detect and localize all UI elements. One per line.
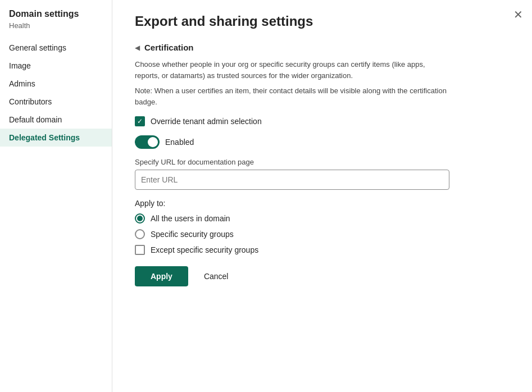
- except-checkbox-label: Except specific security groups: [151, 245, 258, 254]
- override-checkbox-row: ✓ Override tenant admin selection: [135, 116, 510, 126]
- radio-specific-groups[interactable]: [135, 229, 145, 239]
- sidebar-item-general[interactable]: General settings: [0, 39, 112, 57]
- sidebar-item-default-domain[interactable]: Default domain: [0, 111, 112, 129]
- apply-to-label: Apply to:: [135, 199, 510, 208]
- toggle-thumb: [148, 137, 158, 147]
- apply-to-section: Apply to: All the users in domain Specif…: [135, 199, 510, 255]
- section-title: Certification: [144, 43, 194, 52]
- sidebar-nav: General settings Image Admins Contributo…: [0, 39, 112, 147]
- enabled-toggle-row: Enabled: [135, 135, 510, 149]
- apply-button[interactable]: Apply: [135, 266, 188, 286]
- except-checkbox[interactable]: [135, 245, 145, 255]
- radio-all-users[interactable]: [135, 213, 145, 224]
- enabled-toggle[interactable]: [135, 135, 160, 149]
- override-checkbox-label: Override tenant admin selection: [151, 117, 262, 126]
- radio-inner-dot: [137, 216, 143, 221]
- collapse-arrow-icon: ◀: [135, 44, 140, 52]
- section-header[interactable]: ◀ Certification: [135, 43, 510, 52]
- except-checkbox-row: Except specific security groups: [135, 245, 510, 255]
- sidebar: Domain settings Health General settings …: [0, 0, 112, 392]
- cancel-button[interactable]: Cancel: [195, 266, 238, 286]
- page-title: Export and sharing settings: [135, 13, 510, 29]
- sidebar-item-contributors[interactable]: Contributors: [0, 93, 112, 111]
- toggle-track: [135, 135, 160, 149]
- close-button[interactable]: ✕: [513, 9, 523, 20]
- main-content: ✕ Export and sharing settings ◀ Certific…: [112, 0, 532, 392]
- sidebar-item-image[interactable]: Image: [0, 57, 112, 75]
- radio-all-users-row: All the users in domain: [135, 213, 510, 224]
- sidebar-subtitle: Health: [0, 21, 112, 39]
- url-input[interactable]: [135, 170, 449, 190]
- radio-specific-groups-row: Specific security groups: [135, 229, 510, 239]
- description-2: Note: When a user certifies an item, the…: [135, 85, 449, 107]
- sidebar-item-admins[interactable]: Admins: [0, 75, 112, 93]
- sidebar-title: Domain settings: [0, 9, 112, 21]
- certification-section: ◀ Certification Choose whether people in…: [135, 43, 510, 286]
- toggle-label: Enabled: [165, 138, 194, 147]
- override-checkbox[interactable]: ✓: [135, 116, 145, 126]
- button-row: Apply Cancel: [135, 266, 510, 286]
- sidebar-item-delegated[interactable]: Delegated Settings: [0, 129, 112, 147]
- checkmark-icon: ✓: [137, 118, 143, 125]
- url-section: Specify URL for documentation page: [135, 158, 510, 190]
- url-label: Specify URL for documentation page: [135, 158, 510, 166]
- radio-all-users-label: All the users in domain: [151, 214, 230, 223]
- radio-specific-groups-label: Specific security groups: [151, 230, 234, 239]
- description-1: Choose whether people in your org or spe…: [135, 59, 449, 81]
